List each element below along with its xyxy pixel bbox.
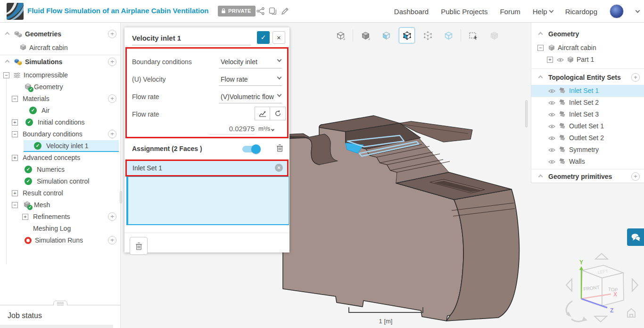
free-rotate-icon[interactable] xyxy=(566,301,587,321)
flow-rate-value-input[interactable]: 0.02975 xyxy=(209,125,255,135)
collapse-box-icon[interactable]: − xyxy=(12,202,18,208)
collapse-caret-icon[interactable] xyxy=(538,175,543,179)
tree-item-meshing-log[interactable]: Meshing Log xyxy=(0,223,120,235)
expand-box-icon[interactable]: + xyxy=(22,214,28,220)
navigation-cube-widget[interactable]: FRONT TOP LEFT Y X Z xyxy=(566,253,638,322)
collapse-box-icon[interactable]: − xyxy=(3,72,9,78)
entity-set-inlet-set-1[interactable]: Inlet Set 1 xyxy=(531,85,644,97)
add-primitive-button[interactable]: + xyxy=(631,172,640,181)
trash-icon[interactable] xyxy=(276,144,283,154)
close-button[interactable]: × xyxy=(272,31,285,44)
add-run-button[interactable]: + xyxy=(108,236,116,244)
right-panel-resize-handle[interactable] xyxy=(525,100,528,127)
chevron-down-icon[interactable] xyxy=(636,8,640,13)
delete-boundary-condition-button[interactable] xyxy=(130,237,148,255)
expand-box-icon[interactable]: + xyxy=(12,190,18,196)
collapse-box-icon[interactable]: − xyxy=(537,45,544,51)
home-view-icon[interactable] xyxy=(627,309,635,317)
tree-item-initial-conditions[interactable]: + ✓ Initial conditions xyxy=(0,117,120,128)
cabin-model[interactable] xyxy=(283,116,519,321)
tree-item-simulation-control[interactable]: ✓ Simulation control xyxy=(0,176,120,187)
tree-item-advanced-concepts[interactable]: + Advanced concepts xyxy=(0,152,120,164)
tree-item-refinements[interactable]: + Refinements + xyxy=(0,211,120,223)
topological-entity-sets-header[interactable]: Topological Entity Sets + xyxy=(531,72,644,84)
box-select-icon[interactable] xyxy=(465,27,481,43)
nav-dashboard[interactable]: Dashboard xyxy=(394,8,429,16)
face-select-cube-icon[interactable] xyxy=(399,27,415,43)
add-refinement-button[interactable]: + xyxy=(108,212,116,221)
rotate-left-arrow[interactable] xyxy=(566,279,572,291)
tree-item-boundary-conditions[interactable]: − Boundary conditions + xyxy=(0,128,120,140)
eye-icon[interactable] xyxy=(548,124,555,129)
nav-public-projects[interactable]: Public Projects xyxy=(441,8,487,16)
flow-rate-type-select[interactable]: (V)Volumetric flow xyxy=(219,89,282,103)
eye-icon[interactable] xyxy=(557,58,564,62)
rotate-up-arrow[interactable] xyxy=(595,253,608,259)
tree-item-aircraft-cabin[interactable]: Aircraft cabin xyxy=(0,42,120,54)
tree-item-mesh[interactable]: − ✓ Mesh xyxy=(0,199,120,211)
rotate-right-arrow[interactable] xyxy=(632,279,638,291)
entity-set-walls[interactable]: Walls xyxy=(531,156,644,168)
nav-username[interactable]: Ricardopg xyxy=(565,8,597,16)
expand-box-icon[interactable]: + xyxy=(12,119,18,126)
add-geometry-button[interactable]: + xyxy=(108,30,116,38)
expand-box-icon[interactable]: + xyxy=(547,57,553,63)
tree-item-materials[interactable]: − Materials + xyxy=(0,93,120,105)
app-logo[interactable] xyxy=(7,3,24,20)
add-entity-set-button[interactable]: + xyxy=(631,73,640,82)
tree-item-simulation-runs[interactable]: Simulation Runs + xyxy=(0,235,120,246)
assignment-drop-area[interactable] xyxy=(126,177,289,225)
vertex-select-cube-icon[interactable] xyxy=(420,27,436,43)
eye-icon[interactable] xyxy=(548,112,555,117)
user-avatar[interactable] xyxy=(610,4,624,18)
geometry-section-header[interactable]: Geometry xyxy=(531,28,644,40)
tree-item-numerics[interactable]: ✓ Numerics xyxy=(0,164,120,176)
tree-item-geometry[interactable]: ✓ Geometry xyxy=(0,81,120,93)
eye-icon[interactable] xyxy=(548,136,555,141)
nav-forum[interactable]: Forum xyxy=(500,8,520,16)
shaded-select-cube-icon[interactable] xyxy=(378,27,394,43)
entity-set-outlet-set-2[interactable]: Outlet Set 2 xyxy=(531,132,644,144)
rotate-down-arrow[interactable] xyxy=(594,316,607,322)
tree-section-geometries[interactable]: Geometries + xyxy=(0,28,120,40)
collapse-caret-icon[interactable] xyxy=(5,32,10,37)
eye-icon[interactable] xyxy=(548,148,555,152)
assignment-toggle[interactable] xyxy=(242,146,259,152)
name-input[interactable]: Velocity inlet 1 xyxy=(132,32,251,45)
entity-set-outlet-set-1[interactable]: Outlet Set 1 xyxy=(531,120,644,132)
tree-section-simulations[interactable]: Simulations + xyxy=(0,56,120,68)
confirm-button[interactable]: ✓ xyxy=(257,31,270,44)
eye-icon[interactable] xyxy=(548,160,555,164)
reset-value-button[interactable] xyxy=(270,107,286,120)
solid-view-icon[interactable] xyxy=(357,27,373,43)
edit-pencil-icon[interactable] xyxy=(281,7,289,16)
add-material-button[interactable]: + xyxy=(108,94,116,103)
eye-icon[interactable] xyxy=(548,89,555,93)
tree-item-air[interactable]: ✓ Air xyxy=(0,105,120,117)
tree-item-velocity-inlet-1[interactable]: ✓ Velocity inlet 1 xyxy=(24,140,119,152)
collapse-caret-icon[interactable] xyxy=(5,60,10,65)
support-chat-button[interactable] xyxy=(627,228,644,246)
copy-icon[interactable] xyxy=(269,7,277,16)
geometry-primitives-header[interactable]: Geometry primitives + xyxy=(531,171,644,183)
assignment-chip-inlet-set-1[interactable]: Inlet Set 1 × xyxy=(126,160,288,176)
mesh-view-icon[interactable] xyxy=(486,27,502,43)
velocity-select[interactable]: Flow rate xyxy=(219,72,282,86)
edge-select-cube-icon[interactable] xyxy=(440,27,456,43)
wireframe-view-icon[interactable] xyxy=(332,27,348,43)
add-boundary-condition-button[interactable]: + xyxy=(108,130,116,138)
tree-item-incompressible[interactable]: − Incompressible xyxy=(0,69,120,81)
left-panel-resize-handle[interactable] xyxy=(120,191,122,203)
collapse-box-icon[interactable]: − xyxy=(12,96,18,102)
job-status-drag-handle[interactable] xyxy=(53,301,67,305)
expand-box-icon[interactable]: + xyxy=(12,155,18,161)
tree-item-result-control[interactable]: + Result control xyxy=(0,187,120,199)
eye-icon[interactable] xyxy=(548,101,555,105)
nav-help[interactable]: Help xyxy=(533,8,553,16)
boundary-conditions-select[interactable]: Velocity inlet xyxy=(219,54,282,68)
collapse-caret-icon[interactable] xyxy=(538,76,543,80)
entity-set-inlet-set-3[interactable]: Inlet Set 3 xyxy=(531,109,644,120)
share-icon[interactable] xyxy=(256,7,265,16)
add-simulation-button[interactable]: + xyxy=(108,58,116,66)
entity-set-inlet-set-2[interactable]: Inlet Set 2 xyxy=(531,97,644,109)
